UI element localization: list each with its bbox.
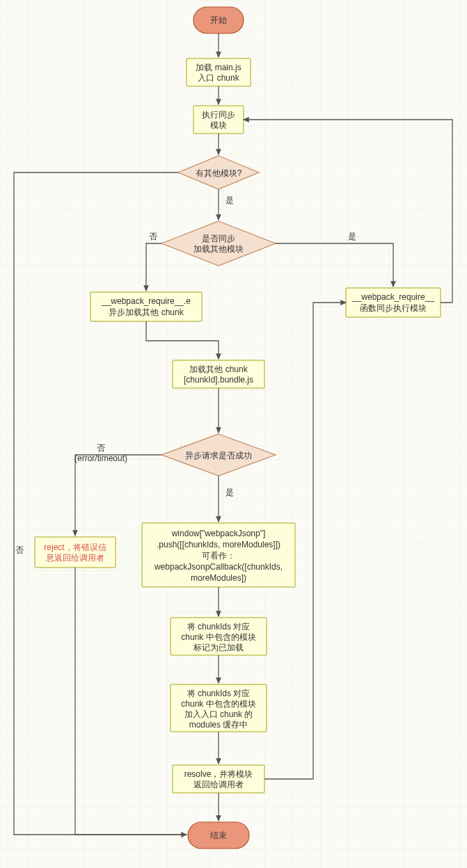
process-jsonp: window["webpackJsonp"] .push([[chunkIds,… xyxy=(142,523,295,587)
asyncok-label: 异步请求是否成功 xyxy=(185,451,252,460)
asyncok-no2: (error/timeout) xyxy=(74,453,127,463)
execsync-line2: 模块 xyxy=(210,120,227,130)
jsonp-line5: moreModules]) xyxy=(191,573,246,583)
cache-line3: 加入入口 chunk 的 xyxy=(184,709,253,719)
process-reject: reject，将错误信 息返回给调用者 xyxy=(35,537,116,568)
terminal-end: 结束 xyxy=(188,822,249,849)
asyncreq-line2: 异步加载其他 chunk xyxy=(109,307,184,317)
syncreq-line1: __webpack_require__ xyxy=(351,292,434,302)
end-label: 结束 xyxy=(210,830,227,840)
hasother-label: 有其他模块? xyxy=(196,168,242,178)
resolve-line1: resolve，并将模块 xyxy=(184,769,253,779)
reject-line2: 息返回给调用者 xyxy=(45,553,104,563)
asyncok-no1: 否 xyxy=(97,443,105,453)
issync-no-label: 否 xyxy=(149,232,157,241)
process-sync-require: __webpack_require__ 函数同步执行模块 xyxy=(346,288,441,317)
process-resolve: resolve，并将模块 返回给调用者 xyxy=(173,765,264,793)
resolve-line2: 返回给调用者 xyxy=(193,780,244,789)
reject-line1: reject，将错误信 xyxy=(44,542,106,552)
asyncreq-line1: __webpack_require__.e xyxy=(101,296,191,306)
cache-line2: chunk 中包含的模块 xyxy=(181,699,255,709)
cache-line1: 将 chunkIds 对应 xyxy=(187,689,251,698)
cache-line4: modules 缓存中 xyxy=(189,720,248,730)
issync-line1: 是否同步 xyxy=(202,234,235,243)
loadmain-line2: 入口 chunk xyxy=(198,73,239,83)
issync-line2: 加载其他模块 xyxy=(193,244,244,254)
process-async-require: __webpack_require__.e 异步加载其他 chunk xyxy=(90,292,202,321)
mark-line3: 标记为已加载 xyxy=(193,643,244,652)
loadchunk-line1: 加载其他 chunk xyxy=(189,364,248,374)
start-label: 开始 xyxy=(210,15,227,25)
process-cache: 将 chunkIds 对应 chunk 中包含的模块 加入入口 chunk 的 … xyxy=(171,684,267,732)
asyncok-yes: 是 xyxy=(225,488,234,497)
execsync-line1: 执行同步 xyxy=(202,110,235,120)
mark-line1: 将 chunkIds 对应 xyxy=(187,622,251,632)
jsonp-line3: 可看作： xyxy=(202,551,235,561)
hasother-yes: 是 xyxy=(225,195,234,205)
loadchunk-line2: [chunkId].bundle.js xyxy=(184,375,253,385)
jsonp-line2: .push([[chunkIds, moreModules]]) xyxy=(157,540,280,549)
process-mark-loaded: 将 chunkIds 对应 chunk 中包含的模块 标记为已加载 xyxy=(171,618,267,655)
loadmain-line1: 加载 main.js xyxy=(196,63,241,72)
process-exec-sync: 执行同步 模块 xyxy=(193,106,244,134)
process-load-chunk: 加载其他 chunk [chunkId].bundle.js xyxy=(173,360,264,388)
syncreq-line2: 函数同步执行模块 xyxy=(360,303,427,313)
jsonp-line1: window["webpackJsonp"] xyxy=(171,529,266,538)
terminal-start: 开始 xyxy=(193,7,244,33)
jsonp-line4: webpackJsonpCallback([chunkIds, xyxy=(154,562,283,572)
mark-line2: chunk 中包含的模块 xyxy=(181,632,255,642)
flowchart-canvas: 开始 加载 main.js 入口 chunk 执行同步 模块 有其他模块? 是 … xyxy=(0,0,467,868)
issync-yes-label: 是 xyxy=(348,232,356,241)
hasother-no: 否 xyxy=(15,545,24,555)
process-load-main: 加载 main.js 入口 chunk xyxy=(187,58,251,86)
